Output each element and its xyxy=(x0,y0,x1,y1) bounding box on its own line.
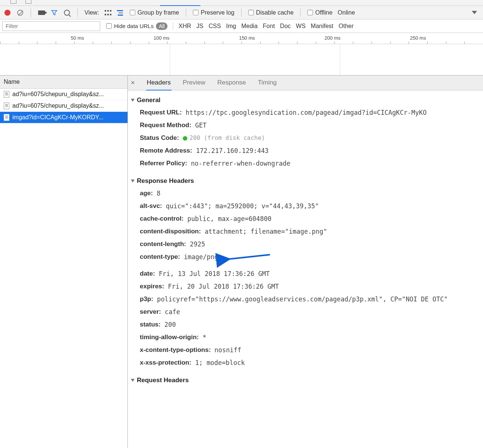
disable-cache-toggle[interactable]: Disable cache xyxy=(248,9,294,16)
tick-label: 100 ms xyxy=(154,35,171,41)
header-name: status: xyxy=(140,321,161,328)
separator xyxy=(186,9,186,17)
tab-headers[interactable]: Headers xyxy=(146,76,172,90)
detail-tabs: × HeadersPreviewResponseTiming xyxy=(128,76,483,90)
disable-cache-label: Disable cache xyxy=(256,9,294,16)
header-name: server: xyxy=(140,308,161,316)
checkbox-icon xyxy=(307,10,313,15)
header-value: quic=":443"; ma=2592000; v="44,43,39,35" xyxy=(166,202,319,210)
response-headers-section: Response Headers age:8alt-svc:quic=":443… xyxy=(131,175,483,369)
header-value: 1; mode=block xyxy=(195,359,245,366)
filter-type-js[interactable]: JS xyxy=(196,23,203,30)
waterfall-icon[interactable] xyxy=(117,9,124,16)
section-header-response[interactable]: Response Headers xyxy=(131,175,483,187)
request-row[interactable]: imgad?id=CICAgKCr-MyKORDY... xyxy=(0,112,127,123)
network-toolbar: View: Group by frame Preserve log Disabl… xyxy=(0,6,483,19)
tab-timing[interactable]: Timing xyxy=(257,76,277,90)
section-header-general[interactable]: General xyxy=(131,94,483,106)
request-url-value: https://tpc.googlesyndication.com/pagead… xyxy=(185,109,427,116)
header-name: x-xss-protection: xyxy=(140,359,191,366)
filter-type-css[interactable]: CSS xyxy=(209,23,221,30)
header-value: * xyxy=(203,334,206,341)
remote-address-value: 172.217.160.129:443 xyxy=(196,147,268,154)
general-title: General xyxy=(137,96,160,104)
elements-icon[interactable] xyxy=(10,0,16,4)
filter-type-other[interactable]: Other xyxy=(339,23,354,30)
request-name: ad?iu=6075/chepuru_display&sz... xyxy=(12,91,104,98)
tick-label: 50 ms xyxy=(71,35,85,41)
document-icon xyxy=(4,102,9,109)
header-name: p3p: xyxy=(140,295,153,303)
filter-type-font[interactable]: Font xyxy=(263,23,275,30)
header-value: Fri, 20 Jul 2018 17:36:26 GMT xyxy=(168,283,279,290)
request-name: imgad?id=CICAgKCr-MyKORDY... xyxy=(12,114,104,121)
hide-data-urls-toggle[interactable]: Hide data URLs xyxy=(106,23,154,29)
headers-panel: General Request URL:https://tpc.googlesy… xyxy=(128,90,483,448)
close-icon[interactable]: × xyxy=(131,79,137,87)
referrer-policy-value: no-referrer-when-downgrade xyxy=(191,160,290,167)
tick-label: 200 ms xyxy=(324,35,342,41)
filter-bar: Hide data URLs AllXHRJSCSSImgMediaFontDo… xyxy=(0,19,483,33)
chevron-down-icon[interactable] xyxy=(472,11,477,14)
header-name: content-disposition: xyxy=(140,228,201,235)
filter-type-manifest[interactable]: Manifest xyxy=(311,23,333,30)
filter-type-all[interactable]: All xyxy=(156,22,168,30)
group-by-frame-label: Group by frame xyxy=(138,9,179,16)
request-row[interactable]: ad?iu=6075/chepuru_display&sz... xyxy=(0,89,127,100)
throttling-select[interactable]: Online xyxy=(338,9,355,16)
view-label: View: xyxy=(84,9,99,16)
clear-button[interactable] xyxy=(16,9,24,16)
header-value: 2925 xyxy=(190,240,205,248)
request-row[interactable]: ad?iu=6075/chepuru_display&sz... xyxy=(0,100,127,112)
filter-type-ws[interactable]: WS xyxy=(296,23,306,30)
tab-preview[interactable]: Preview xyxy=(182,76,206,90)
offline-toggle[interactable]: Offline xyxy=(307,9,332,16)
section-header-request[interactable]: Request Headers xyxy=(131,374,483,386)
header-name: age: xyxy=(140,190,153,197)
separator xyxy=(77,9,78,17)
large-rows-icon[interactable] xyxy=(104,9,112,16)
hide-data-urls-label: Hide data URLs xyxy=(114,23,154,29)
preserve-log-label: Preserve log xyxy=(201,9,234,16)
active-tab-indicator xyxy=(160,5,200,6)
separator xyxy=(300,9,301,17)
screenshot-icon[interactable] xyxy=(38,9,45,16)
checkbox-icon xyxy=(193,10,199,15)
document-icon xyxy=(4,91,9,98)
checkbox-icon xyxy=(248,10,254,15)
tick-label: 250 ms xyxy=(410,35,428,41)
search-icon[interactable] xyxy=(63,9,71,16)
name-column-header[interactable]: Name xyxy=(0,76,127,89)
header-value: nosniff xyxy=(215,346,242,354)
filter-input[interactable] xyxy=(2,21,100,31)
tab-response[interactable]: Response xyxy=(216,76,247,90)
header-value: attachment; filename="image.png" xyxy=(204,228,327,235)
separator xyxy=(241,9,242,17)
header-value: 200 xyxy=(164,321,176,328)
header-value: public, max-age=604800 xyxy=(187,215,271,223)
response-headers-title: Response Headers xyxy=(137,177,194,185)
device-icon[interactable] xyxy=(25,0,31,4)
svg-line-0 xyxy=(228,255,270,259)
header-name: date: xyxy=(140,270,155,277)
filter-type-doc[interactable]: Doc xyxy=(280,23,290,30)
devtools-tab-strip xyxy=(0,0,483,6)
filter-type-media[interactable]: Media xyxy=(241,23,258,30)
request-detail: × HeadersPreviewResponseTiming General R… xyxy=(128,76,483,448)
timeline-ruler[interactable]: 50 ms100 ms150 ms200 ms250 ms xyxy=(0,33,483,44)
filter-type-xhr[interactable]: XHR xyxy=(178,23,191,30)
header-name: timing-allow-origin: xyxy=(140,334,199,341)
request-method-value: GET xyxy=(195,122,207,129)
preserve-log-toggle[interactable]: Preserve log xyxy=(193,9,234,16)
offline-label: Offline xyxy=(315,9,332,16)
filter-type-img[interactable]: Img xyxy=(226,23,236,30)
timeline-overview[interactable] xyxy=(0,44,483,76)
filter-type-group: AllXHRJSCSSImgMediaFontDocWSManifestOthe… xyxy=(154,22,354,30)
status-code-value: 200 (from disk cache) xyxy=(183,134,265,142)
request-method-label: Request Method: xyxy=(140,122,191,129)
header-name: content-type: xyxy=(140,253,180,261)
filter-icon[interactable] xyxy=(50,9,58,16)
group-by-frame-toggle[interactable]: Group by frame xyxy=(130,9,179,16)
record-button[interactable] xyxy=(4,9,11,16)
request-list: Name ad?iu=6075/chepuru_display&sz...ad?… xyxy=(0,76,128,448)
